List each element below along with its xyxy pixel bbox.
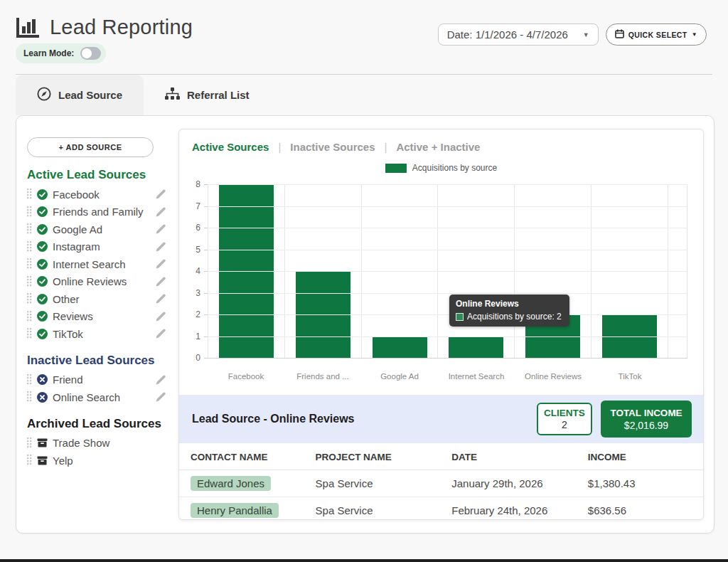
view-tab-active-sources[interactable]: Active Sources bbox=[192, 141, 269, 153]
view-tab-inactive-sources[interactable]: Inactive Sources bbox=[290, 141, 375, 153]
chart-gridline bbox=[208, 250, 687, 250]
lead-source-item: Friend bbox=[27, 371, 166, 389]
lead-source-name: Google Ad bbox=[53, 223, 150, 235]
drag-handle-icon[interactable] bbox=[27, 328, 32, 339]
drag-handle-icon[interactable] bbox=[27, 311, 32, 322]
tab-referral-list[interactable]: Referral List bbox=[144, 75, 271, 115]
cell-date: February 24th, 2026 bbox=[451, 497, 588, 521]
lead-source-name: TikTok bbox=[53, 328, 150, 340]
chart-gridline bbox=[208, 184, 687, 185]
screen-bottom-edge bbox=[0, 559, 728, 562]
cell-project: Spa Service bbox=[316, 497, 452, 521]
lead-source-name: Friend bbox=[53, 373, 150, 386]
chart-legend: Acquisitions by source bbox=[179, 163, 703, 173]
lead-source-summary-band: Lead Source - Online Reviews CLIENTS 2 T… bbox=[179, 395, 703, 443]
edit-pencil-icon[interactable] bbox=[155, 311, 166, 322]
drag-handle-icon[interactable] bbox=[27, 241, 32, 253]
edit-pencil-icon[interactable] bbox=[155, 189, 166, 200]
edit-pencil-icon[interactable] bbox=[155, 328, 166, 339]
active-check-icon bbox=[37, 189, 48, 200]
add-source-button[interactable]: + ADD SOURCE bbox=[27, 137, 154, 157]
chart-gridline bbox=[208, 358, 687, 359]
cell-date: January 29th, 2026 bbox=[451, 470, 588, 497]
column-header-date: DATE bbox=[451, 443, 588, 470]
learn-mode-pill: Learn Mode: bbox=[16, 43, 106, 63]
lead-source-item: Reviews bbox=[27, 308, 166, 326]
total-income-badge: TOTAL INCOME $2,016.99 bbox=[601, 401, 692, 438]
contact-name-highlight: Edward Jones bbox=[191, 476, 271, 491]
active-check-icon bbox=[37, 329, 48, 339]
column-header-project-name: PROJECT NAME bbox=[316, 443, 452, 470]
caret-down-icon: ▼ bbox=[692, 31, 697, 38]
edit-pencil-icon[interactable] bbox=[155, 223, 166, 235]
report-panel: Active Sources|Inactive Sources|Active +… bbox=[178, 129, 704, 520]
chart-gridline bbox=[208, 271, 687, 272]
quick-select-label: QUICK SELECT bbox=[628, 31, 687, 39]
active-check-icon bbox=[37, 276, 48, 287]
lead-source-name: Online Reviews bbox=[53, 275, 150, 287]
section-title-inactive: Inactive Lead Sources bbox=[27, 354, 166, 368]
calendar-icon bbox=[615, 29, 624, 40]
date-range-select[interactable]: Date: 1/1/2026 - 4/7/2026 ▼ bbox=[438, 23, 599, 46]
lead-source-name: Reviews bbox=[53, 310, 150, 322]
lead-source-item: Internet Search bbox=[27, 255, 166, 273]
drag-handle-icon[interactable] bbox=[27, 374, 32, 386]
top-tab-bar: Lead SourceReferral List bbox=[0, 75, 728, 115]
drag-handle-icon[interactable] bbox=[27, 189, 32, 200]
tab-lead-source[interactable]: Lead Source bbox=[16, 75, 144, 115]
y-axis-tick bbox=[204, 293, 208, 294]
y-axis-label: 1 bbox=[189, 332, 200, 341]
learn-mode-toggle[interactable] bbox=[80, 47, 101, 60]
lead-source-item: Instagram bbox=[27, 238, 166, 256]
drag-handle-icon[interactable] bbox=[27, 206, 32, 218]
y-axis-tick bbox=[204, 250, 208, 250]
learn-mode-label: Learn Mode: bbox=[23, 48, 74, 58]
lead-source-name: Online Search bbox=[53, 391, 150, 403]
active-check-icon bbox=[37, 224, 48, 235]
edit-pencil-icon[interactable] bbox=[155, 241, 166, 253]
edit-pencil-icon[interactable] bbox=[155, 374, 166, 386]
drag-handle-icon[interactable] bbox=[27, 438, 32, 449]
y-axis-tick bbox=[204, 271, 208, 272]
drag-handle-icon[interactable] bbox=[27, 391, 32, 403]
bar-internet-search[interactable] bbox=[449, 336, 503, 359]
drag-handle-icon[interactable] bbox=[27, 276, 32, 287]
x-axis-label: TikTok bbox=[592, 372, 668, 381]
active-check-icon bbox=[37, 241, 48, 252]
lead-source-name: Other bbox=[53, 293, 150, 305]
edit-pencil-icon[interactable] bbox=[155, 293, 166, 304]
tooltip-title: Online Reviews bbox=[456, 299, 562, 309]
lead-source-name: Trade Show bbox=[53, 437, 166, 449]
y-axis-label: 8 bbox=[189, 179, 200, 189]
drag-handle-icon[interactable] bbox=[27, 293, 32, 304]
legend-swatch bbox=[385, 164, 407, 173]
y-axis-tick bbox=[204, 336, 208, 337]
y-axis-tick bbox=[204, 206, 208, 207]
table-row[interactable]: Henry PandalliaSpa ServiceFebruary 24th,… bbox=[179, 497, 703, 521]
quick-select-button[interactable]: QUICK SELECT ▼ bbox=[606, 23, 707, 46]
lead-source-item: Online Search bbox=[27, 388, 166, 406]
inactive-x-icon bbox=[37, 374, 48, 385]
drag-handle-icon[interactable] bbox=[27, 455, 32, 466]
lead-source-item: Facebook bbox=[27, 186, 166, 203]
view-tab-active-inactive[interactable]: Active + Inactive bbox=[396, 141, 480, 153]
y-axis-tick bbox=[204, 358, 208, 359]
lead-source-item: Online Reviews bbox=[27, 273, 166, 291]
y-axis-tick bbox=[204, 228, 208, 228]
column-header-income: INCOME bbox=[588, 443, 703, 470]
drag-handle-icon[interactable] bbox=[27, 258, 32, 270]
edit-pencil-icon[interactable] bbox=[155, 258, 166, 270]
drag-handle-icon[interactable] bbox=[27, 223, 32, 235]
content-card: + ADD SOURCE Active Lead SourcesFacebook… bbox=[16, 115, 714, 534]
table-row[interactable]: Edward JonesSpa ServiceJanuary 29th, 202… bbox=[179, 470, 703, 497]
bar-google-ad[interactable] bbox=[373, 336, 427, 359]
page-header: Lead Reporting Learn Mode: Date: 1/1/202… bbox=[0, 0, 728, 75]
chart-end-pad bbox=[668, 372, 687, 381]
edit-pencil-icon[interactable] bbox=[155, 276, 166, 287]
lead-source-name: Internet Search bbox=[53, 258, 150, 270]
edit-pencil-icon[interactable] bbox=[155, 391, 166, 403]
view-tab-separator: | bbox=[385, 141, 387, 153]
lead-source-name: Instagram bbox=[53, 240, 150, 253]
edit-pencil-icon[interactable] bbox=[155, 206, 166, 218]
x-axis-label: Friends and ... bbox=[284, 372, 361, 381]
